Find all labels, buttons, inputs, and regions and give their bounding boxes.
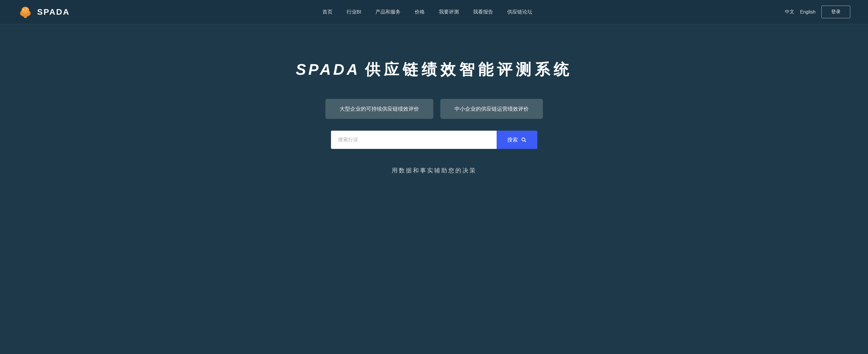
search-row: 搜索 [331,131,537,149]
login-button[interactable]: 登录 [822,6,850,18]
hero-section: SPADA供应链绩效智能评测系统 大型企业的可持续供应链绩效评价 中小企业的供应… [0,24,868,198]
lang-en-button[interactable]: English [800,9,815,15]
nav-review[interactable]: 我要评测 [439,8,459,15]
navbar-center: 首页 行业BI 产品和服务 价格 我要评测 我看报告 供应链论坛 [322,8,532,15]
svg-point-2 [22,7,29,14]
hero-title: SPADA供应链绩效智能评测系统 [296,60,572,80]
navbar: SPADA 首页 行业BI 产品和服务 价格 我要评测 我看报告 供应链论坛 中… [0,0,868,24]
nav-home[interactable]: 首页 [322,8,333,15]
search-button[interactable]: 搜索 [497,131,537,149]
svg-point-3 [23,9,25,10]
navbar-right: 中文 English 登录 [785,6,850,18]
logo-text: SPADA [37,7,70,17]
svg-line-7 [524,141,526,142]
nav-forum[interactable]: 供应链论坛 [507,8,532,15]
search-icon [521,137,527,143]
nav-industry-bi[interactable]: 行业BI [347,8,361,15]
hero-title-rest: 供应链绩效智能评测系统 [365,61,572,78]
logo-icon [18,4,33,20]
category-sme-button[interactable]: 中小企业的供应链运营绩效评价 [440,99,543,119]
hero-title-brand: SPADA [296,61,360,78]
svg-point-5 [25,10,26,12]
nav-products[interactable]: 产品和服务 [375,8,401,15]
search-button-label: 搜索 [507,136,518,143]
category-large-enterprise-button[interactable]: 大型企业的可持续供应链绩效评价 [326,99,433,119]
search-input[interactable] [331,131,497,149]
lang-zh-button[interactable]: 中文 [785,9,794,15]
tagline: 用数据和事实辅助您的决策 [392,167,476,175]
nav-pricing[interactable]: 价格 [415,8,425,15]
navbar-left: SPADA [18,4,70,20]
nav-report[interactable]: 我看报告 [473,8,493,15]
svg-point-4 [26,8,27,9]
category-row: 大型企业的可持续供应链绩效评价 中小企业的供应链运营绩效评价 [326,99,543,119]
svg-point-6 [522,138,525,141]
